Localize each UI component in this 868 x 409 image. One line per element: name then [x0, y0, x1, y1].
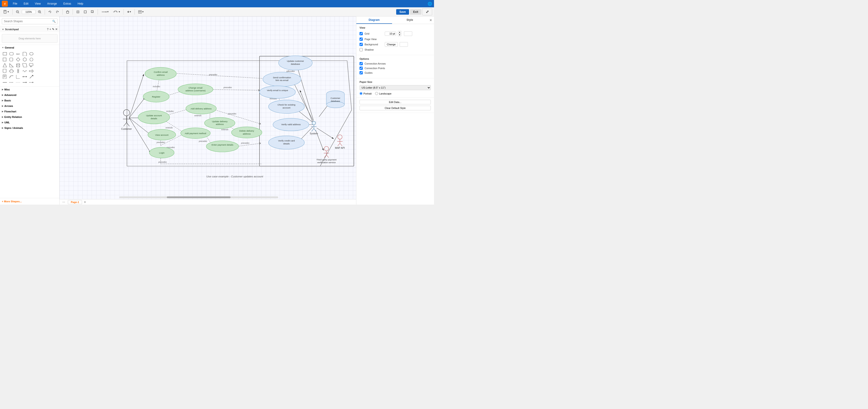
background-change-button[interactable]: Change: [385, 42, 398, 47]
diagram-svg[interactable]: includes includes extends precedes prece…: [60, 16, 356, 199]
menu-edit[interactable]: Edit: [22, 1, 30, 6]
advanced-category[interactable]: ▶ Advanced: [0, 92, 59, 98]
shape-arrow[interactable]: [28, 68, 34, 73]
table-button[interactable]: ▾: [136, 9, 145, 14]
canvas-area[interactable]: ⋮: [60, 16, 356, 205]
grid-down[interactable]: ▼: [398, 34, 401, 36]
connection-style-button[interactable]: ▾: [100, 9, 110, 14]
scratchpad-edit[interactable]: ✎: [52, 28, 54, 31]
shape-ellipse[interactable]: [28, 51, 34, 56]
scratchpad-header[interactable]: ▼ Scratchpad ? + ✎ ✕: [0, 26, 59, 32]
signs-animals-category[interactable]: ▶ Signs / Animals: [0, 125, 59, 131]
shape-rect[interactable]: [2, 51, 8, 56]
shape-right-triangle[interactable]: [8, 63, 14, 68]
entity-relation-category[interactable]: ▶ Entity Relation: [0, 114, 59, 120]
page-dots[interactable]: ⋯: [61, 201, 66, 204]
undo-button[interactable]: [47, 9, 53, 14]
clear-default-style-button[interactable]: Clear Default Style: [360, 106, 431, 110]
portrait-radio-label[interactable]: Portrait: [360, 92, 371, 95]
shape-line-solid[interactable]: [2, 80, 8, 85]
background-checkbox[interactable]: [360, 43, 363, 46]
landscape-radio[interactable]: [375, 92, 378, 95]
shape-square[interactable]: [2, 57, 8, 62]
scratchpad-help[interactable]: ?: [47, 28, 49, 31]
page-view-checkbox[interactable]: [360, 38, 363, 41]
format-fill-button[interactable]: [75, 9, 81, 14]
canvas[interactable]: includes includes extends precedes prece…: [60, 16, 356, 199]
shape-line-dashed-arrow[interactable]: [28, 80, 34, 85]
tab-diagram[interactable]: Diagram: [356, 16, 392, 24]
basic-category[interactable]: ▶ Basic: [0, 98, 59, 103]
uc-verify-email-unique[interactable]: [259, 86, 296, 98]
scratchpad-add[interactable]: +: [50, 28, 51, 31]
more-shapes-button[interactable]: + More Shapes...: [0, 198, 59, 205]
edit-data-button[interactable]: Edit Data...: [360, 100, 431, 104]
shape-curve[interactable]: [8, 74, 14, 79]
connection-points-checkbox[interactable]: [360, 67, 363, 70]
arrows-category[interactable]: ▶ Arrows: [0, 103, 59, 109]
grid-value-input[interactable]: 10 pt: [385, 32, 396, 36]
zoom-in-button[interactable]: [36, 9, 43, 14]
grid-color-box[interactable]: [404, 31, 412, 36]
waypoint-button[interactable]: ▾: [111, 9, 122, 14]
guides-checkbox[interactable]: [360, 71, 363, 74]
page-format-button[interactable]: ▾: [2, 9, 10, 15]
portrait-radio[interactable]: [360, 92, 363, 95]
shape-doc[interactable]: [2, 68, 8, 73]
format-outline-button[interactable]: [82, 9, 88, 14]
redo-button[interactable]: [54, 9, 61, 14]
menu-arrange[interactable]: Arrange: [46, 1, 58, 6]
menu-help[interactable]: Help: [76, 1, 85, 6]
menu-file[interactable]: File: [11, 1, 19, 6]
menu-extras[interactable]: Extras: [62, 1, 73, 6]
save-button[interactable]: Save: [396, 9, 409, 15]
shape-wave[interactable]: [22, 68, 28, 73]
shape-arrows-2[interactable]: [22, 74, 28, 79]
globe-icon[interactable]: 🌐: [428, 2, 432, 6]
shape-line-arrow[interactable]: [22, 80, 28, 85]
flowchart-category[interactable]: ▶ Flowchart: [0, 109, 59, 114]
uc-enter-payment[interactable]: [206, 141, 239, 152]
grid-checkbox[interactable]: [360, 32, 363, 35]
right-panel-close[interactable]: ✕: [428, 18, 434, 23]
connection-arrows-checkbox[interactable]: [360, 62, 363, 65]
general-category[interactable]: ▼ General: [0, 45, 59, 50]
shape-line-dashed[interactable]: [8, 80, 14, 85]
h-scrollbar[interactable]: [119, 196, 278, 198]
scratchpad-close[interactable]: ✕: [55, 28, 58, 31]
shape-diamond[interactable]: [15, 57, 21, 62]
shape-circle[interactable]: [28, 57, 34, 62]
shape-note[interactable]: [22, 51, 28, 56]
zoom-input[interactable]: 115%: [22, 10, 35, 14]
misc-category[interactable]: ▶ Misc: [0, 87, 59, 92]
shape-cylinder[interactable]: [15, 63, 21, 68]
shape-parallelogram[interactable]: [22, 63, 28, 68]
shape-callout[interactable]: [28, 63, 34, 68]
search-input[interactable]: [2, 18, 58, 24]
shape-diagonal-arrow[interactable]: [28, 74, 34, 79]
landscape-radio-label[interactable]: Landscape: [375, 92, 392, 95]
shape-angle[interactable]: [15, 74, 21, 79]
shape-cross[interactable]: [8, 68, 14, 73]
grid-up[interactable]: ▲: [398, 31, 401, 34]
shape-rounded-rect[interactable]: [8, 51, 14, 56]
zoom-out-button[interactable]: [14, 9, 21, 14]
page-tab-1[interactable]: Page-1: [68, 200, 82, 204]
exit-button[interactable]: Exit: [410, 9, 422, 15]
shape-line-dotted[interactable]: [15, 80, 21, 85]
shape-rounded-square[interactable]: [8, 57, 14, 62]
shape-text[interactable]: text: [15, 51, 21, 56]
shape-hexagon[interactable]: [22, 57, 28, 62]
paper-size-select[interactable]: US-Letter (8.5" x 11") A4 A3: [360, 85, 431, 90]
background-color-box[interactable]: [400, 42, 408, 47]
shadow-button[interactable]: [89, 9, 96, 14]
shape-triangle[interactable]: [2, 63, 8, 68]
scrollbar-thumb[interactable]: [167, 196, 230, 198]
add-page-button[interactable]: +: [84, 200, 86, 204]
expand-button[interactable]: ⤢: [422, 8, 432, 15]
shape-person[interactable]: [15, 68, 21, 73]
uml-category[interactable]: ▶ UML: [0, 120, 59, 125]
delete-button[interactable]: [64, 9, 71, 14]
tab-style[interactable]: Style: [392, 16, 428, 24]
menu-view[interactable]: View: [33, 1, 42, 6]
